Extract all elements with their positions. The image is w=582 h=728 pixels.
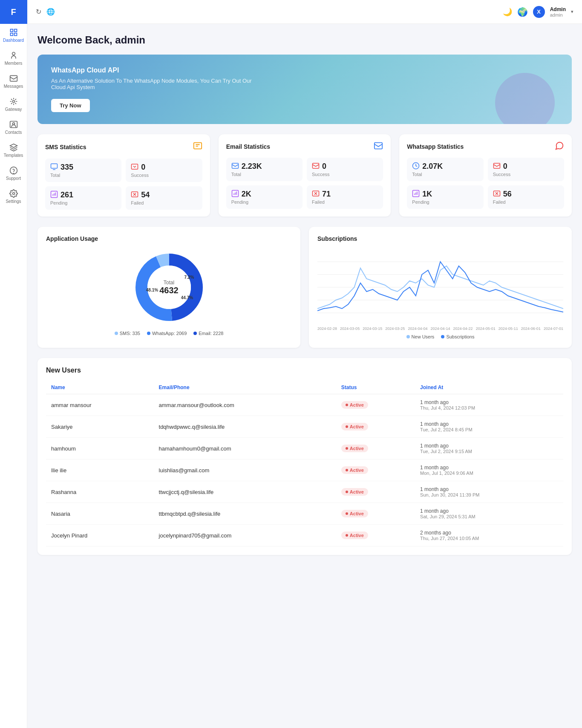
joined-date: Mon, Jul 1, 2024 9:06 AM xyxy=(420,471,558,476)
svg-rect-24 xyxy=(375,143,382,149)
status-dot xyxy=(346,404,348,406)
try-now-button[interactable]: Try Now xyxy=(51,99,90,112)
joined-relative: 1 month ago xyxy=(420,399,558,405)
user-joined-cell: 1 month ago Thu, Jul 4, 2024 12:03 PM xyxy=(415,394,563,416)
sms-total-label: Total xyxy=(50,173,116,178)
email-pending-label: Pending xyxy=(231,199,297,205)
sidebar-item-dashboard[interactable]: Dashboard xyxy=(0,24,27,47)
user-dropdown-arrow[interactable]: ▾ xyxy=(571,9,573,14)
donut-total-value: 4632 xyxy=(159,286,179,295)
legend-email-dot xyxy=(193,332,197,335)
whatsapp-success-icon xyxy=(493,162,501,171)
sidebar-item-settings[interactable]: Settings xyxy=(0,185,27,208)
svg-rect-5 xyxy=(10,75,17,81)
svg-text:44.7%: 44.7% xyxy=(181,295,193,300)
stats-grid: SMS Statistics xyxy=(37,134,572,217)
sms-pending-value: 261 xyxy=(61,191,73,199)
refresh-icon[interactable]: ↻ xyxy=(36,8,41,16)
email-stats-card: Email Statistics 2.23K xyxy=(219,134,391,217)
whatsapp-stats-icon xyxy=(555,141,564,152)
donut-total-label: Total xyxy=(159,280,179,286)
legend-email-label: Email: 2228 xyxy=(199,331,223,336)
email-total-value: 2.23K xyxy=(242,162,262,171)
whatsapp-banner: WhatsApp Cloud API As An Alternative Sol… xyxy=(37,55,572,124)
sidebar-item-gateway[interactable]: Gateway xyxy=(0,93,27,116)
portal-icon xyxy=(9,97,18,106)
status-dot xyxy=(346,491,348,493)
table-row: Ilie ilie luishlias@gmail.com Active 1 m… xyxy=(46,459,563,481)
status-badge: Active xyxy=(341,532,368,539)
flag-icon[interactable]: 🌍 xyxy=(517,7,528,17)
email-failed: 71 Failed xyxy=(307,185,383,209)
joined-date: Sat, Jun 29, 2024 5:31 AM xyxy=(420,514,558,519)
dark-mode-icon[interactable]: 🌙 xyxy=(503,7,512,17)
question-icon xyxy=(9,166,18,175)
svg-rect-2 xyxy=(10,33,13,36)
svg-point-6 xyxy=(12,101,14,103)
user-email-cell: ttbmqcbtpd.q@silesia.life xyxy=(154,503,336,525)
person-icon xyxy=(9,51,18,60)
user-joined-cell: 1 month ago Sat, Jun 29, 2024 5:31 AM xyxy=(415,503,563,525)
whatsapp-failed-label: Failed xyxy=(493,199,559,205)
donut-legend: SMS: 335 WhatsApp: 2069 Email: 2228 xyxy=(115,331,224,336)
svg-rect-0 xyxy=(10,29,13,32)
sidebar-item-support[interactable]: Support xyxy=(0,162,27,185)
email-failed-label: Failed xyxy=(312,199,378,205)
legend-sms-dot xyxy=(115,332,118,335)
envelope-icon xyxy=(9,74,18,83)
joined-date: Thu, Jul 4, 2024 12:03 PM xyxy=(420,405,558,410)
banner-decoration xyxy=(495,73,555,124)
subscriptions-title: Subscriptions xyxy=(317,235,563,242)
new-users-card: New Users Name Email/Phone Status Joined… xyxy=(37,358,572,555)
whatsapp-total-value: 2.07K xyxy=(422,162,443,171)
sidebar: F Dashboard Members Messages Gateway xyxy=(0,0,27,728)
user-name-cell: Nasaria xyxy=(46,503,154,525)
col-email: Email/Phone xyxy=(154,381,336,394)
email-failed-value: 71 xyxy=(322,190,331,199)
svg-rect-26 xyxy=(312,163,319,168)
email-total: 2.23K Total xyxy=(226,158,303,181)
col-joined: Joined At xyxy=(415,381,563,394)
legend-subscriptions: Subscriptions xyxy=(441,334,474,339)
sms-success: 0 Success xyxy=(126,159,202,182)
user-email-cell: tdqhwdpwwc.q@silesia.life xyxy=(154,416,336,438)
email-pending-icon xyxy=(231,190,239,199)
donut-center: Total 4632 xyxy=(159,280,179,295)
joined-relative: 1 month ago xyxy=(420,508,558,514)
sidebar-item-templates[interactable]: Templates xyxy=(0,139,27,162)
sms-failed-icon xyxy=(131,191,138,199)
joined-relative: 1 month ago xyxy=(420,486,558,492)
user-email-cell: ttwcjjcctj.q@silesia.life xyxy=(154,481,336,503)
globe-icon[interactable]: 🌐 xyxy=(46,8,55,16)
whatsapp-pending-label: Pending xyxy=(412,199,478,205)
sidebar-item-contacts[interactable]: Contacts xyxy=(0,116,27,139)
email-success-label: Success xyxy=(312,172,378,177)
status-badge: Active xyxy=(341,510,368,517)
whatsapp-success: 0 Success xyxy=(488,158,564,181)
sidebar-item-messages[interactable]: Messages xyxy=(0,70,27,93)
sidebar-label-dashboard: Dashboard xyxy=(3,38,24,43)
app-logo[interactable]: F xyxy=(0,0,27,24)
user-name-cell: hamhoum xyxy=(46,438,154,459)
email-failed-icon xyxy=(312,190,320,199)
sidebar-item-members[interactable]: Members xyxy=(0,47,27,70)
subscriptions-card: Subscriptions 2024-02-282024-03-05 xyxy=(309,227,572,348)
user-name-cell: Rashanna xyxy=(46,481,154,503)
svg-text:48.1%: 48.1% xyxy=(146,288,158,292)
page-title: Welcome Back, admin xyxy=(37,34,572,46)
layers-icon xyxy=(9,143,18,152)
col-name: Name xyxy=(46,381,154,394)
whatsapp-total-icon xyxy=(412,162,420,171)
whatsapp-pending: 1K Pending xyxy=(407,185,483,209)
user-joined-cell: 1 month ago Sun, Jun 30, 2024 11:39 PM xyxy=(415,481,563,503)
whatsapp-total: 2.07K Total xyxy=(407,158,483,181)
status-dot xyxy=(346,447,348,450)
new-users-table: Name Email/Phone Status Joined At ammar … xyxy=(46,381,563,546)
status-badge: Active xyxy=(341,423,368,430)
sidebar-label-members: Members xyxy=(5,61,23,66)
sms-failed: 54 Failed xyxy=(126,186,202,210)
sms-failed-label: Failed xyxy=(131,200,197,205)
app-usage-title: Application Usage xyxy=(46,235,292,242)
sms-total-icon xyxy=(50,163,58,172)
sms-stats-card: SMS Statistics xyxy=(37,134,210,217)
